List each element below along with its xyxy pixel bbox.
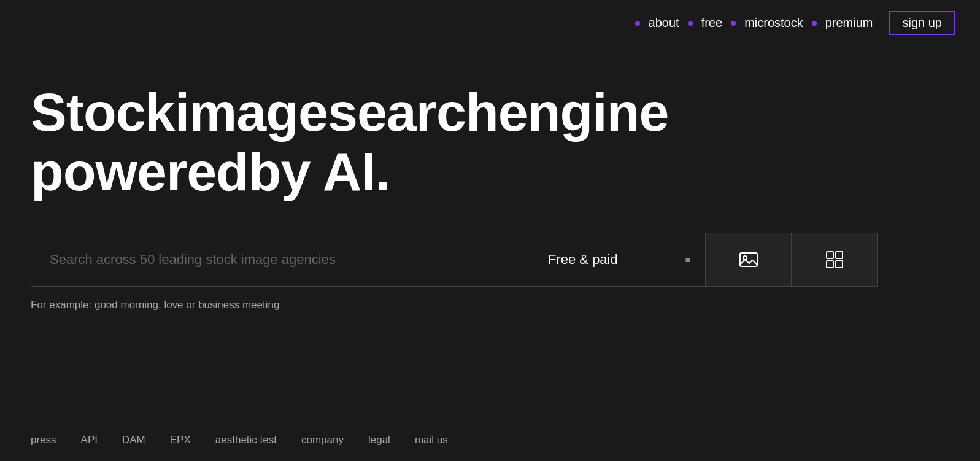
- main-content: Stock image search engine powered by AI.…: [0, 46, 980, 336]
- hero-title-line2: powered by AI.: [31, 141, 390, 202]
- or-text: or: [186, 299, 198, 311]
- nav-premium[interactable]: premium: [820, 16, 878, 30]
- footer: pressAPIDAMEPXaesthetic testcompanylegal…: [0, 419, 980, 461]
- search-bar: Free & paid ■: [31, 233, 878, 287]
- svg-rect-2: [827, 252, 833, 258]
- about-dot: [635, 21, 640, 26]
- example-text: For example: good morning, love or busin…: [31, 299, 949, 311]
- svg-rect-5: [836, 261, 843, 268]
- svg-rect-4: [827, 261, 833, 268]
- comma1: ,: [158, 299, 161, 311]
- grid-icon: [825, 250, 844, 269]
- chevron-down-icon: ■: [685, 255, 690, 265]
- nav: about free microstock premium sign up: [635, 11, 955, 35]
- footer-link-dam[interactable]: DAM: [122, 434, 145, 446]
- filter-dropdown[interactable]: Free & paid ■: [533, 233, 705, 286]
- filter-label: Free & paid: [548, 252, 618, 268]
- premium-dot: [812, 21, 817, 26]
- search-input[interactable]: [31, 233, 533, 286]
- footer-link-press[interactable]: press: [31, 434, 56, 446]
- free-dot: [688, 21, 693, 26]
- nav-microstock[interactable]: microstock: [739, 16, 808, 30]
- nav-about[interactable]: about: [644, 16, 684, 30]
- footer-link-epx[interactable]: EPX: [170, 434, 191, 446]
- signup-button[interactable]: sign up: [889, 11, 956, 35]
- image-icon: [739, 250, 758, 269]
- footer-link-company[interactable]: company: [301, 434, 344, 446]
- hero-title-line1: Stock image search engine: [31, 82, 668, 142]
- example-link-business-meeting[interactable]: business meeting: [198, 299, 279, 311]
- svg-rect-0: [740, 253, 757, 266]
- svg-rect-3: [836, 252, 843, 258]
- footer-link-mail-us[interactable]: mail us: [415, 434, 448, 446]
- example-link-good-morning[interactable]: good morning: [95, 299, 158, 311]
- grid-search-button[interactable]: [791, 233, 877, 286]
- example-link-love[interactable]: love: [164, 299, 183, 311]
- header: about free microstock premium sign up: [0, 0, 980, 46]
- footer-link-aesthetic-test[interactable]: aesthetic test: [215, 434, 277, 446]
- footer-link-legal[interactable]: legal: [368, 434, 390, 446]
- image-search-button[interactable]: [705, 233, 791, 286]
- example-prefix: For example:: [31, 299, 91, 311]
- hero-title: Stock image search engine powered by AI.: [31, 83, 675, 202]
- microstock-dot: [731, 21, 736, 26]
- footer-link-api[interactable]: API: [81, 434, 98, 446]
- nav-free[interactable]: free: [696, 16, 727, 30]
